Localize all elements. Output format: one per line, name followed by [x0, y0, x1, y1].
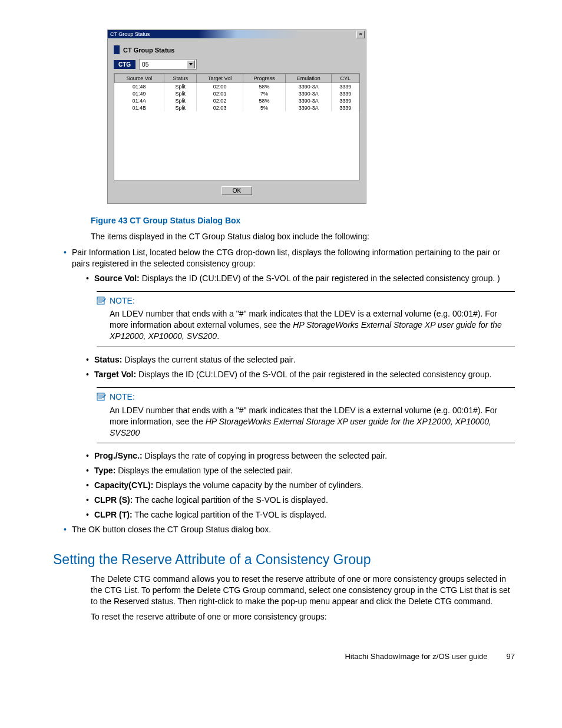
table-cell: 01:48	[115, 83, 164, 91]
table-cell: 58%	[243, 83, 285, 91]
table-cell: 3339	[332, 97, 359, 104]
table-cell: 01:4A	[115, 97, 164, 104]
note-label: NOTE:	[110, 391, 135, 403]
list-item: Prog./Sync.: Displays the rate of copyin…	[86, 450, 515, 462]
section-paragraph: To reset the reserve attribute of one or…	[91, 611, 515, 622]
table-cell: Split	[164, 90, 197, 97]
table-row[interactable]: 01:4ASplit02:0258%3390-3A3339	[115, 97, 359, 104]
page-number: 97	[507, 652, 515, 661]
note-label: NOTE:	[110, 295, 135, 307]
note-icon	[97, 393, 106, 401]
chevron-down-icon	[187, 60, 195, 68]
ctg-value: 05	[142, 61, 148, 68]
table-cell: 3390-3A	[285, 97, 332, 104]
dialog-header: CT Group Status	[123, 47, 174, 54]
column-header: CYL	[332, 74, 359, 83]
table-row[interactable]: 01:4BSplit02:035%3390-3A3339	[115, 104, 359, 111]
table-cell: 3390-3A	[285, 90, 332, 97]
column-header: Target Vol	[197, 74, 243, 83]
footer-text: Hitachi ShadowImage for z/OS user guide	[345, 652, 487, 661]
note-block: NOTE: An LDEV number that ends with a "#…	[97, 291, 515, 348]
table-cell: 5%	[243, 104, 285, 111]
column-header: Source Vol	[115, 74, 164, 83]
list-item: Target Vol: Displays the ID (CU:LDEV) of…	[86, 369, 515, 380]
dialog-screenshot: CT Group Status × CT Group Status CTG 05	[107, 29, 366, 204]
ok-button[interactable]: OK	[222, 186, 252, 195]
header-marker-icon	[114, 45, 120, 54]
list-item: Type: Displays the emulation type of the…	[86, 465, 515, 476]
note-icon	[97, 297, 106, 305]
column-header: Progress	[243, 74, 285, 83]
table-cell: Split	[164, 97, 197, 104]
list-item: CLPR (T): The cache logical partition of…	[86, 509, 515, 521]
list-item: The OK button closes the CT Group Status…	[64, 524, 515, 535]
svg-marker-0	[189, 63, 193, 65]
table-cell: 02:03	[197, 104, 243, 111]
titlebar-text: CT Group Status	[109, 31, 150, 37]
section-paragraph: The Delete CTG command allows you to res…	[91, 574, 515, 607]
table-cell: Split	[164, 104, 197, 111]
table-cell: 01:4B	[115, 104, 164, 111]
dialog-titlebar: CT Group Status ×	[108, 30, 366, 38]
table-cell: 3390-3A	[285, 83, 332, 91]
table-cell: 3339	[332, 104, 359, 111]
column-header: Emulation	[285, 74, 332, 83]
figure-caption: Figure 43 CT Group Status Dialog Box	[91, 216, 515, 225]
table-cell: 58%	[243, 97, 285, 104]
pair-info-table: Source VolStatusTarget VolProgressEmulat…	[114, 73, 360, 180]
table-cell: 02:01	[197, 90, 243, 97]
table-cell: Split	[164, 83, 197, 91]
table-row[interactable]: 01:48Split02:0058%3390-3A3339	[115, 83, 359, 91]
list-item: Capacity(CYL): Displays the volume capac…	[86, 480, 515, 491]
table-cell: 01:49	[115, 90, 164, 97]
table-cell: 3390-3A	[285, 104, 332, 111]
table-cell: 02:02	[197, 97, 243, 104]
list-item: Status: Displays the current status of t…	[86, 354, 515, 365]
close-icon[interactable]: ×	[356, 31, 365, 38]
table-cell: 3339	[332, 90, 359, 97]
note-block: NOTE: An LDEV number that ends with a "#…	[97, 387, 515, 444]
column-header: Status	[164, 74, 197, 83]
list-item: Pair Information List, located below the…	[64, 247, 515, 521]
list-item: CLPR (S): The cache logical partition of…	[86, 495, 515, 506]
section-heading: Setting the Reserve Attribute of a Consi…	[53, 552, 515, 568]
intro-paragraph: The items displayed in the CT Group Stat…	[91, 231, 515, 242]
ctg-dropdown[interactable]: 05	[139, 59, 197, 70]
table-cell: 7%	[243, 90, 285, 97]
table-cell: 02:00	[197, 83, 243, 91]
table-cell: 3339	[332, 83, 359, 91]
table-row[interactable]: 01:49Split02:017%3390-3A3339	[115, 90, 359, 97]
ctg-label: CTG	[114, 60, 135, 69]
list-item: Source Vol: Displays the ID (CU:LDEV) of…	[86, 273, 515, 284]
